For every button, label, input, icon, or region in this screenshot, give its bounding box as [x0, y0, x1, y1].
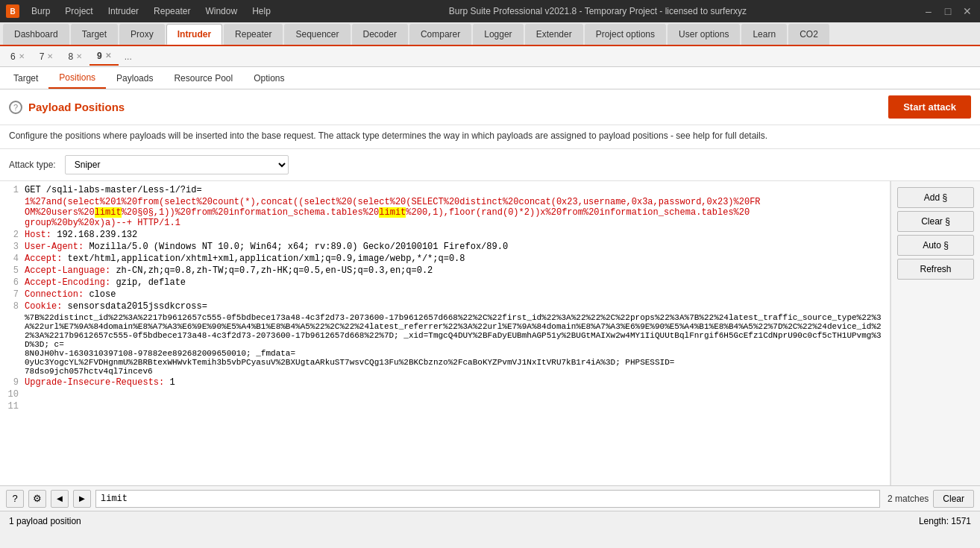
num-tab-6-label: 6: [10, 51, 16, 62]
line-number: [6, 197, 25, 228]
request-line-8: 8 Cookie: sensorsdata2015jssdkcross=: [3, 300, 887, 312]
line-number: 4: [6, 253, 25, 264]
line-number: 7: [6, 289, 25, 300]
line-content: Connection: close: [25, 289, 884, 300]
add-section-button[interactable]: Add §: [897, 187, 974, 208]
sub-tab-positions[interactable]: Positions: [48, 68, 106, 89]
line-content: 1%27and(select%201%20from(select%20count…: [25, 197, 884, 228]
line-content: Host: 192.168.239.132: [25, 230, 884, 240]
line-content: %7B%22distinct_id%22%3A%2217b9612657c555…: [25, 313, 884, 376]
num-tab-7-close[interactable]: ✕: [47, 52, 53, 60]
title-menu-burp[interactable]: Burp: [28, 4, 53, 18]
line-number: 3: [6, 242, 25, 252]
tab-intruder[interactable]: Intruder: [166, 24, 222, 45]
title-bar-left: B Burp Project Intruder Repeater Window …: [6, 4, 274, 18]
sidebar-buttons: Add § Clear § Auto § Refresh: [891, 181, 980, 485]
tab-repeater[interactable]: Repeater: [224, 24, 283, 45]
line-content: User-Agent: Mozilla/5.0 (Windows NT 10.0…: [25, 242, 884, 252]
request-line-2: 2 Host: 192.168.239.132: [3, 229, 887, 241]
tab-co2[interactable]: CO2: [788, 24, 829, 45]
sub-tab-target[interactable]: Target: [3, 69, 48, 88]
sub-tab-resource-pool[interactable]: Resource Pool: [163, 69, 243, 88]
attack-type-select[interactable]: Sniper Battering ram Pitchfork Cluster b…: [65, 155, 289, 174]
tab-extender[interactable]: Extender: [525, 24, 583, 45]
tab-decoder[interactable]: Decoder: [352, 24, 408, 45]
request-line-5: 5 Accept-Language: zh-CN,zh;q=0.8,zh-TW;…: [3, 265, 887, 277]
sub-tab-payloads[interactable]: Payloads: [106, 69, 163, 88]
title-menu-window[interactable]: Window: [202, 4, 240, 18]
line-content: Accept-Encoding: gzip, deflate: [25, 277, 884, 288]
main-tab-bar: Dashboard Target Proxy Intruder Repeater…: [0, 22, 980, 46]
request-line-9: 9 Upgrade-Insecure-Requests: 1: [3, 377, 887, 388]
auto-section-button[interactable]: Auto §: [897, 235, 974, 256]
minimize-button[interactable]: –: [922, 4, 935, 18]
num-tab-6-close[interactable]: ✕: [19, 52, 25, 60]
line-content: Accept-Language: zh-CN,zh;q=0.8,zh-TW;q=…: [25, 265, 884, 276]
tab-sequencer[interactable]: Sequencer: [284, 24, 350, 45]
request-line-8-cont: %7B%22distinct_id%22%3A%2217b9612657c555…: [3, 312, 887, 377]
line-content: Accept: text/html,application/xhtml+xml,…: [25, 253, 884, 264]
num-tab-9[interactable]: 9 ✕: [89, 48, 119, 66]
clear-section-button[interactable]: Clear §: [897, 211, 974, 232]
status-bar: 1 payload position Length: 1571: [0, 511, 980, 530]
burp-logo: B: [6, 4, 19, 18]
num-tab-6[interactable]: 6 ✕: [3, 48, 32, 65]
attack-type-row: Attack type: Sniper Battering ram Pitchf…: [0, 149, 980, 181]
next-match-icon[interactable]: ►: [73, 490, 91, 508]
close-button[interactable]: ✕: [961, 4, 974, 18]
tab-target[interactable]: Target: [71, 24, 118, 45]
tab-dashboard[interactable]: Dashboard: [3, 24, 69, 45]
tab-logger[interactable]: Logger: [473, 24, 523, 45]
refresh-button[interactable]: Refresh: [897, 259, 974, 280]
app-title: Burp Suite Professional v2021.8 - Tempor…: [449, 6, 747, 16]
line-number: 9: [6, 377, 25, 388]
num-tab-ellipsis[interactable]: ...: [119, 48, 138, 65]
request-line-4: 4 Accept: text/html,application/xhtml+xm…: [3, 253, 887, 265]
title-menu-help[interactable]: Help: [249, 4, 274, 18]
length-indicator: Length: 1571: [919, 516, 971, 526]
title-menu-project[interactable]: Project: [62, 4, 95, 18]
search-bar: ? ⚙ ◄ ► 2 matches Clear: [0, 485, 980, 511]
line-number: 2: [6, 230, 25, 240]
help-icon[interactable]: ?: [9, 101, 22, 114]
num-tab-8[interactable]: 8 ✕: [60, 48, 89, 65]
line-number: 6: [6, 277, 25, 288]
help-circle-icon[interactable]: ?: [6, 490, 24, 508]
start-attack-button[interactable]: Start attack: [888, 95, 971, 119]
num-tab-8-label: 8: [68, 51, 73, 62]
window-controls: – □ ✕: [922, 4, 974, 18]
tab-learn[interactable]: Learn: [741, 24, 787, 45]
request-line-11: 11: [3, 400, 887, 412]
tab-comparer[interactable]: Comparer: [409, 24, 471, 45]
num-tab-7[interactable]: 7 ✕: [32, 48, 61, 65]
request-line-1-cont: 1%27and(select%201%20from(select%20count…: [3, 196, 887, 229]
num-tab-9-close[interactable]: ✕: [105, 51, 111, 60]
line-content: [25, 389, 884, 400]
pp-title-area: ? Payload Positions: [9, 101, 125, 114]
clear-search-button[interactable]: Clear: [933, 490, 974, 508]
tab-proxy[interactable]: Proxy: [119, 24, 165, 45]
request-editor-area: 1 GET /sqli-labs-master/Less-1/?id= 1%27…: [0, 181, 980, 485]
line-number: 5: [6, 265, 25, 276]
line-content: Upgrade-Insecure-Requests: 1: [25, 377, 884, 388]
tab-project-options[interactable]: Project options: [585, 24, 666, 45]
num-tab-8-close[interactable]: ✕: [76, 52, 82, 60]
line-number: [6, 313, 25, 376]
request-line-1: 1 GET /sqli-labs-master/Less-1/?id=: [3, 184, 887, 196]
line-content: Cookie: sensorsdata2015jssdkcross=: [25, 301, 884, 312]
line-number: 10: [6, 389, 25, 400]
title-menu-intruder[interactable]: Intruder: [105, 4, 142, 18]
sub-tab-options[interactable]: Options: [243, 69, 295, 88]
maximize-button[interactable]: □: [941, 4, 955, 18]
main-content: ? Payload Positions Start attack Configu…: [0, 89, 980, 530]
line-content: [25, 401, 884, 412]
pp-description: Configure the positions where payloads w…: [0, 125, 980, 149]
tab-user-options[interactable]: User options: [668, 24, 740, 45]
prev-match-icon[interactable]: ◄: [51, 490, 69, 508]
request-editor[interactable]: 1 GET /sqli-labs-master/Less-1/?id= 1%27…: [0, 181, 891, 485]
settings-icon[interactable]: ⚙: [28, 490, 46, 508]
search-input[interactable]: [95, 490, 880, 508]
title-menu-repeater[interactable]: Repeater: [151, 4, 193, 18]
line-number: 8: [6, 301, 25, 312]
line-content: GET /sqli-labs-master/Less-1/?id=: [25, 185, 884, 195]
